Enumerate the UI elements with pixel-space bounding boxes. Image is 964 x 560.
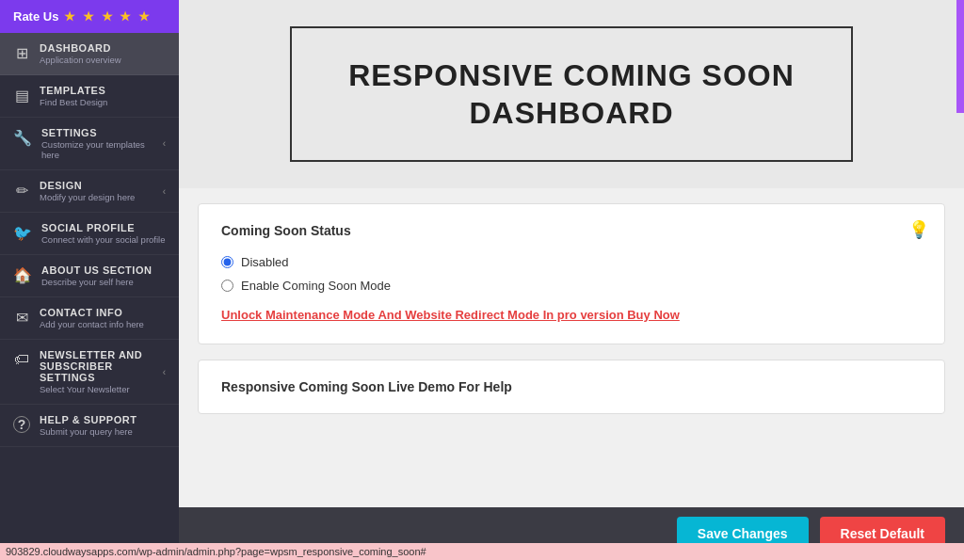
sidebar-item-about-subtitle: Describe your self here xyxy=(41,277,166,287)
rate-us-button[interactable]: Rate Us ★ ★ ★ ★ ★ xyxy=(0,0,179,33)
sidebar-item-settings-subtitle: Customize your templates here xyxy=(41,139,153,160)
sidebar-item-templates[interactable]: ▤ TEMPLATES Find Best Design xyxy=(0,75,179,118)
sidebar-item-social-subtitle: Connect with your social profile xyxy=(41,234,166,245)
radio-enable-input[interactable] xyxy=(221,280,233,292)
help-icon: ? xyxy=(13,416,30,433)
templates-icon: ▤ xyxy=(13,87,30,104)
main-content: RESPONSIVE COMING SOON DASHBOARD Coming … xyxy=(179,0,964,560)
sidebar-item-design-title: DESIGN xyxy=(40,180,153,191)
content-area: Coming Soon Status 💡 Disabled Enable Com… xyxy=(179,188,964,489)
promo-link[interactable]: Unlock Maintenance Mode And Website Redi… xyxy=(221,306,680,325)
sidebar-item-about-title: ABOUT US SECTION xyxy=(41,264,166,276)
status-bar: 903829.cloudwaysapps.com/wp-admin/admin.… xyxy=(0,543,964,560)
banner-border: RESPONSIVE COMING SOON DASHBOARD xyxy=(290,26,853,162)
sidebar-item-contact-subtitle: Add your contact info here xyxy=(40,319,166,329)
live-demo-title: Responsive Coming Soon Live Demo For Hel… xyxy=(221,379,922,394)
scrollbar-accent xyxy=(956,0,964,113)
status-radio-group: Disabled Enable Coming Soon Mode xyxy=(221,255,922,293)
sidebar-item-help-subtitle: Submit your query here xyxy=(40,426,166,437)
sidebar-item-templates-subtitle: Find Best Design xyxy=(40,97,166,107)
sidebar-item-social-title: SOCIAL PROFILE xyxy=(41,222,166,233)
sidebar-item-dashboard[interactable]: ⊞ DASHBOARD Application overview xyxy=(0,33,179,75)
sidebar-item-dashboard-title: DASHBOARD xyxy=(40,42,166,54)
newsletter-icon: 🏷 xyxy=(13,351,30,368)
newsletter-chevron-icon: ‹ xyxy=(163,367,166,377)
rate-us-stars: ★ ★ ★ ★ ★ xyxy=(64,9,151,24)
sidebar-item-design[interactable]: ✏ DESIGN Modify your design here ‹ xyxy=(0,170,179,213)
coming-soon-status-card: Coming Soon Status 💡 Disabled Enable Com… xyxy=(198,203,945,344)
rate-us-label: Rate Us xyxy=(13,9,58,24)
about-icon: 🏠 xyxy=(13,266,32,284)
sidebar-item-about-us[interactable]: 🏠 ABOUT US SECTION Describe your self he… xyxy=(0,255,179,297)
radio-enable-label: Enable Coming Soon Mode xyxy=(241,279,391,293)
sidebar-item-settings[interactable]: 🔧 SETTINGS Customize your templates here… xyxy=(0,118,179,170)
banner-title: RESPONSIVE COMING SOON DASHBOARD xyxy=(348,56,795,132)
sidebar-item-help-title: HELP & SUPPORT xyxy=(40,414,166,425)
status-url: 903829.cloudwaysapps.com/wp-admin/admin.… xyxy=(6,546,426,557)
sidebar-item-contact-info[interactable]: ✉ CONTACT INFO Add your contact info her… xyxy=(0,297,179,340)
dashboard-icon: ⊞ xyxy=(13,44,30,62)
contact-icon: ✉ xyxy=(13,309,30,327)
radio-disabled-label: Disabled xyxy=(241,255,289,269)
sidebar-item-templates-title: TEMPLATES xyxy=(40,85,166,96)
sidebar-item-design-subtitle: Modify your design here xyxy=(40,192,153,202)
sidebar-item-dashboard-subtitle: Application overview xyxy=(40,55,166,65)
design-icon: ✏ xyxy=(13,182,30,200)
settings-icon: 🔧 xyxy=(13,129,32,147)
design-chevron-icon: ‹ xyxy=(163,186,166,197)
sidebar-item-settings-title: SETTINGS xyxy=(41,127,153,138)
header-banner: RESPONSIVE COMING SOON DASHBOARD xyxy=(179,0,964,188)
sidebar: Rate Us ★ ★ ★ ★ ★ ⊞ DASHBOARD Applicatio… xyxy=(0,0,179,560)
sidebar-item-newsletter-title: NEWSLETTER AND SUBSCRIBER SETTINGS xyxy=(40,349,153,383)
radio-disabled-input[interactable] xyxy=(221,256,233,268)
hint-icon[interactable]: 💡 xyxy=(908,219,929,240)
radio-disabled[interactable]: Disabled xyxy=(221,255,922,269)
sidebar-item-newsletter-subtitle: Select Your Newsletter xyxy=(40,384,153,394)
radio-enable[interactable]: Enable Coming Soon Mode xyxy=(221,279,922,293)
social-icon: 🐦 xyxy=(13,224,32,242)
coming-soon-status-title: Coming Soon Status xyxy=(221,223,922,238)
sidebar-item-contact-title: CONTACT INFO xyxy=(40,307,166,318)
settings-chevron-icon: ‹ xyxy=(163,138,166,149)
live-demo-card: Responsive Coming Soon Live Demo For Hel… xyxy=(198,360,945,414)
sidebar-item-newsletter[interactable]: 🏷 NEWSLETTER AND SUBSCRIBER SETTINGS Sel… xyxy=(0,340,179,405)
sidebar-item-help[interactable]: ? HELP & SUPPORT Submit your query here xyxy=(0,405,179,447)
sidebar-item-social-profile[interactable]: 🐦 SOCIAL PROFILE Connect with your socia… xyxy=(0,213,179,255)
